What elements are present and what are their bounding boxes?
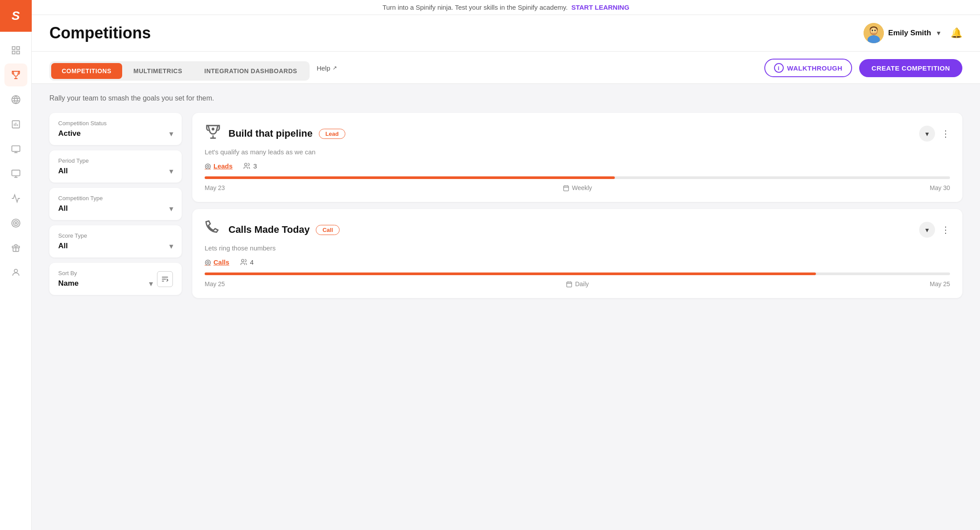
filter-period-type-label: Period Type [58,157,173,164]
svg-rect-1 [16,47,19,49]
svg-point-14 [15,222,17,224]
svg-rect-34 [567,282,572,287]
competition-card-build-pipeline: Build that pipeline Lead ▾ ⋮ Let's quali… [192,113,962,202]
progress-bar-1 [205,176,615,179]
comp-participants-2: 4 [240,258,254,266]
comp-date-start-2: May 25 [205,280,225,287]
tab-competitions[interactable]: COMPETITIONS [51,63,122,79]
filter-score-type-label: Score Type [58,232,173,239]
competition-desc-1: Let's qualify as many leads as we can [205,148,950,156]
svg-point-33 [241,259,244,262]
svg-point-27 [212,128,214,131]
sort-by-select[interactable]: Name ▾ [58,279,153,288]
filter-competition-type-select[interactable]: All ▾ [58,204,173,213]
competition-card-calls-made-today: Calls Made Today Call ▾ ⋮ Lets ring thos… [192,209,962,298]
tab-multimetrics[interactable]: MULTIMETRICS [123,63,193,79]
svg-rect-0 [12,47,15,49]
notification-bell[interactable]: 🔔 [950,27,962,39]
sidebar-item-users[interactable] [4,261,27,284]
sort-by-label: Sort By [58,270,153,276]
page-body: Rally your team to smash the goals you s… [32,84,980,309]
filter-period-type-value: All [58,167,68,175]
walkthrough-button[interactable]: i WALKTHROUGH [764,59,853,77]
filter-competition-status-value: Active [58,129,81,138]
svg-rect-8 [11,146,19,152]
comp-dates-2: May 25 Daily May 25 [205,280,950,287]
comp-actions-2: ▾ ⋮ [919,222,950,238]
app-logo[interactable]: S [0,0,32,32]
period-type-chevron: ▾ [169,167,173,175]
banner-text: Turn into a Spinify ninja. Test your ski… [382,4,568,11]
competition-status-chevron: ▾ [169,130,173,138]
competition-menu-1[interactable]: ⋮ [941,128,950,139]
competition-expand-2[interactable]: ▾ [919,222,935,238]
comp-actions-1: ▾ ⋮ [919,126,950,142]
competition-badge-2: Call [316,225,340,235]
competition-expand-1[interactable]: ▾ [919,126,935,142]
sidebar: S [0,0,32,530]
comp-period-label-1: Weekly [572,184,592,191]
sidebar-item-competitions[interactable] [4,63,27,86]
sort-by-inner: Sort By Name ▾ [58,270,153,288]
competition-type-chevron: ▾ [169,205,173,213]
filter-competition-type-value: All [58,204,68,213]
sidebar-item-display[interactable] [4,138,27,160]
user-menu[interactable]: Emily Smith ▼ [864,23,942,43]
sidebar-item-analytics[interactable] [4,187,27,210]
sidebar-item-goals[interactable] [4,212,27,235]
competition-menu-2[interactable]: ⋮ [941,224,950,235]
target-icon-2: ◎ [205,258,211,266]
sidebar-item-gifts[interactable] [4,236,27,259]
page-header: Competitions [32,15,980,52]
svg-point-28 [245,163,247,166]
external-link-icon: ↗ [333,65,337,71]
tabs-bar: COMPETITIONS MULTIMETRICS INTEGRATION DA… [32,52,980,84]
competitions-list: Build that pipeline Lead ▾ ⋮ Let's quali… [192,113,962,298]
filter-competition-status-select[interactable]: Active ▾ [58,129,173,138]
filter-competition-status[interactable]: Competition Status Active ▾ [49,113,182,145]
tab-group: COMPETITIONS MULTIMETRICS INTEGRATION DA… [49,61,310,81]
sidebar-item-reports[interactable] [4,113,27,136]
comp-date-start-1: May 23 [205,184,225,191]
filter-score-type-value: All [58,242,68,250]
layout: Competition Status Active ▾ Period Type … [49,113,962,298]
comp-participants-1: 3 [243,162,257,170]
create-competition-button[interactable]: CREATE COMPETITION [859,59,962,77]
comp-meta-2: ◎ Calls 4 [205,258,950,266]
comp-period-label-2: Daily [575,280,589,287]
comp-meta-1: ◎ Leads 3 [205,162,950,170]
comp-metric-2[interactable]: ◎ Calls [205,258,229,266]
user-name: Emily Smith [888,29,931,37]
filter-score-type-select[interactable]: All ▾ [58,242,173,250]
filter-period-type[interactable]: Period Type All ▾ [49,150,182,183]
sidebar-item-announcements[interactable] [4,88,27,111]
filter-competition-type[interactable]: Competition Type All ▾ [49,188,182,220]
sidebar-item-monitor[interactable] [4,162,27,185]
tab-integration-dashboards[interactable]: INTEGRATION DASHBOARDS [194,63,308,79]
sort-by-chevron: ▾ [149,280,153,288]
filter-period-type-select[interactable]: All ▾ [58,167,173,175]
banner-link[interactable]: START LEARNING [571,4,629,11]
info-icon: i [774,63,784,73]
comp-metric-1[interactable]: ◎ Leads [205,162,232,170]
svg-point-13 [13,221,18,226]
help-link[interactable]: Help ↗ [317,64,337,78]
comp-date-end-1: May 30 [930,184,950,191]
svg-rect-3 [12,51,15,54]
sort-order-button[interactable] [157,271,173,287]
filter-score-type[interactable]: Score Type All ▾ [49,225,182,258]
filter-competition-type-label: Competition Type [58,195,173,202]
target-icon-1: ◎ [205,162,211,170]
comp-header-1: Build that pipeline Lead ▾ ⋮ [205,123,950,144]
header-right: Emily Smith ▼ 🔔 [864,23,962,43]
sort-by-value: Name [58,279,79,288]
page-subtitle: Rally your team to smash the goals you s… [49,94,962,102]
competition-badge-1: Lead [319,129,345,139]
progress-bar-2 [205,272,816,275]
score-type-chevron: ▾ [169,242,173,250]
tabs-actions: i WALKTHROUGH CREATE COMPETITION [764,59,962,83]
competition-title-2: Calls Made Today [228,224,310,235]
sidebar-item-dashboard[interactable] [4,39,27,62]
svg-rect-29 [564,186,569,190]
svg-rect-2 [16,51,19,54]
